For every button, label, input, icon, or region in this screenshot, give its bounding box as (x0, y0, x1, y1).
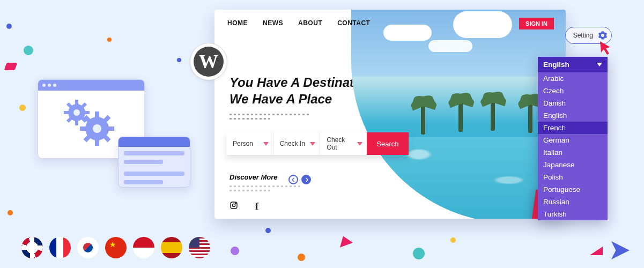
language-option[interactable]: Czech (538, 85, 608, 97)
flag-us[interactable] (189, 237, 210, 258)
nav-home[interactable]: HOME (227, 19, 248, 27)
language-option[interactable]: French (538, 122, 608, 134)
confetti-dot (6, 24, 12, 29)
confetti-dot (450, 237, 456, 243)
booking-search-bar: Person Check In Check Out Search (226, 132, 409, 155)
flag-row (21, 237, 210, 258)
language-selected[interactable]: English (538, 57, 608, 72)
wordpress-logo-icon: W (194, 47, 224, 77)
svg-rect-3 (75, 120, 78, 125)
instagram-icon[interactable] (230, 201, 238, 212)
settings-label: Setting (573, 32, 593, 39)
wordpress-badge: W (190, 43, 227, 80)
language-option[interactable]: Polish (538, 171, 608, 183)
discover-underline (230, 190, 272, 191)
language-option[interactable]: Turkish (538, 208, 608, 220)
headline-underline (230, 114, 309, 115)
checkout-select[interactable]: Check Out (320, 132, 367, 155)
nav-contact[interactable]: CONTACT (337, 19, 370, 27)
confetti-shape (4, 63, 17, 70)
website-preview-card: HOME NEWS ABOUT CONTACT SIGN IN You Have… (214, 10, 566, 219)
confetti-dot (8, 210, 13, 215)
language-option[interactable]: Danish (538, 97, 608, 109)
confetti-shape (590, 247, 603, 255)
svg-point-22 (235, 203, 236, 204)
browser-window-illustration-small (118, 137, 190, 188)
chevron-down-icon (310, 142, 315, 146)
svg-point-11 (93, 124, 101, 133)
chevron-down-icon (357, 142, 362, 146)
confetti-dot (231, 247, 239, 255)
cursor-pointer-icon (598, 40, 615, 57)
social-links: f (230, 201, 258, 212)
chevron-down-icon (597, 63, 602, 66)
hero-image (351, 10, 566, 219)
confetti-dot (413, 248, 425, 259)
language-option[interactable]: Portuguese (538, 183, 608, 196)
svg-rect-5 (84, 111, 90, 114)
headline-underline (230, 118, 270, 120)
svg-rect-13 (95, 139, 99, 146)
nav-about[interactable]: ABOUT (298, 19, 322, 27)
confetti-dot (177, 58, 181, 62)
language-option[interactable]: German (538, 134, 608, 146)
carousel-prev-button[interactable] (288, 175, 298, 184)
person-label: Person (233, 140, 253, 147)
svg-point-21 (232, 204, 235, 206)
language-selected-label: English (543, 61, 569, 69)
confetti-dot (19, 105, 26, 111)
language-option[interactable]: Japanese (538, 159, 608, 171)
confetti-dot (298, 254, 305, 261)
svg-rect-12 (95, 111, 99, 118)
nav-news[interactable]: NEWS (263, 19, 283, 27)
language-option[interactable]: Russian (538, 196, 608, 208)
confetti-dot (24, 46, 33, 55)
svg-rect-14 (80, 126, 87, 131)
flag-id[interactable] (133, 237, 154, 258)
svg-rect-15 (107, 126, 114, 131)
language-options-list: ArabicCzechDanishEnglishFrenchGermanItal… (538, 72, 608, 220)
language-option[interactable]: English (538, 109, 608, 122)
checkin-select[interactable]: Check In (273, 132, 321, 155)
main-nav: HOME NEWS ABOUT CONTACT (214, 10, 566, 27)
flag-cn[interactable] (105, 237, 127, 258)
svg-rect-2 (75, 100, 78, 105)
language-dropdown[interactable]: English ArabicCzechDanishEnglishFrenchGe… (538, 57, 608, 220)
signin-button[interactable]: SIGN IN (519, 18, 554, 29)
language-option[interactable]: Arabic (538, 72, 608, 85)
search-button[interactable]: Search (367, 132, 409, 155)
chevron-down-icon (263, 142, 269, 146)
person-select[interactable]: Person (226, 132, 273, 155)
discover-underline (230, 185, 301, 187)
svg-rect-4 (64, 111, 69, 114)
gear-icon (597, 30, 608, 41)
flag-es[interactable] (161, 237, 182, 258)
carousel-next-button[interactable] (301, 175, 311, 184)
confetti-dot (265, 228, 271, 233)
checkin-label: Check In (280, 140, 305, 147)
flag-uk[interactable] (21, 237, 43, 258)
flag-fr[interactable] (49, 237, 71, 258)
confetti-dot (107, 38, 112, 42)
svg-point-1 (73, 109, 80, 116)
confetti-arrow (611, 241, 630, 259)
confetti-shape (337, 234, 353, 248)
facebook-icon[interactable]: f (255, 201, 258, 212)
flag-kr[interactable] (77, 237, 99, 258)
checkout-label: Check Out (327, 136, 357, 151)
language-option[interactable]: Italian (538, 146, 608, 159)
